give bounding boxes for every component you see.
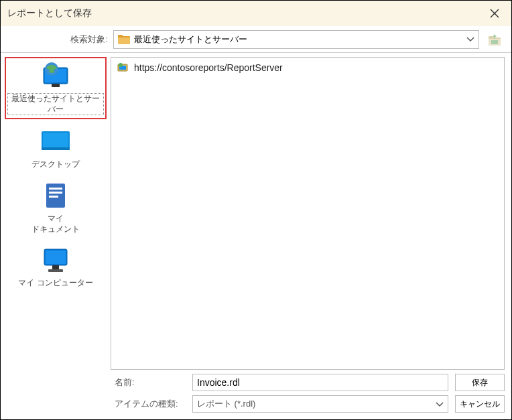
file-list[interactable]: https://contosoreports/ReportServer <box>111 57 505 370</box>
chevron-down-icon <box>466 34 474 44</box>
file-list-item[interactable]: https://contosoreports/ReportServer <box>114 60 501 75</box>
location-text: 最近使ったサイトとサーバー <box>134 33 247 46</box>
dialog-title: レポートとして保存 <box>7 7 485 19</box>
name-row: 名前: 保存 <box>111 374 505 391</box>
svg-rect-10 <box>43 133 68 147</box>
save-as-report-dialog: レポートとして保存 検索対象: 最近使ったサイトとサーバー <box>0 0 512 420</box>
item-type-select[interactable]: レポート (*.rdl) <box>192 395 448 413</box>
search-target-label: 検索対象: <box>1 33 108 46</box>
svg-rect-4 <box>491 40 498 44</box>
svg-rect-17 <box>46 251 66 264</box>
toolbar: 検索対象: 最近使ったサイトとサーバー <box>1 26 511 53</box>
place-label: 最近使ったサイトとサーバー <box>7 93 104 115</box>
svg-rect-13 <box>49 188 62 190</box>
close-icon <box>490 9 499 18</box>
place-label: デスクトップ <box>31 159 80 170</box>
svg-rect-19 <box>48 269 63 272</box>
place-label-line1: マイ <box>48 214 64 223</box>
svg-point-22 <box>119 63 123 67</box>
place-desktop[interactable]: デスクトップ <box>5 125 107 173</box>
close-button[interactable] <box>485 3 505 23</box>
folder-icon <box>118 34 130 45</box>
server-icon <box>117 62 129 74</box>
place-label-line2: ドキュメント <box>31 224 80 234</box>
svg-rect-18 <box>52 265 59 269</box>
svg-rect-2 <box>118 37 130 44</box>
location-dropdown[interactable]: 最近使ったサイトとサーバー <box>113 30 479 49</box>
place-my-documents[interactable]: マイ ドキュメント <box>5 178 107 238</box>
cancel-button[interactable]: キャンセル <box>455 395 505 413</box>
filename-input[interactable] <box>192 374 448 391</box>
up-folder-icon <box>487 33 502 46</box>
computer-icon <box>40 247 71 275</box>
type-value: レポート (*.rdl) <box>197 398 255 410</box>
svg-rect-14 <box>49 192 62 194</box>
file-item-text: https://contosoreports/ReportServer <box>134 62 283 73</box>
up-one-level-button[interactable] <box>485 30 505 49</box>
place-my-computer[interactable]: マイ コンピューター <box>5 243 107 291</box>
name-label: 名前: <box>111 376 186 389</box>
place-recent-sites-servers[interactable]: 最近使ったサイトとサーバー <box>5 57 107 119</box>
document-icon <box>44 182 68 209</box>
desktop-icon <box>40 130 71 154</box>
globe-monitor-icon <box>40 61 72 90</box>
chevron-down-icon <box>436 399 444 409</box>
type-row: アイテムの種類: レポート (*.rdl) キャンセル <box>111 395 505 413</box>
dialog-body: 最近使ったサイトとサーバー デスクトップ <box>1 53 511 419</box>
place-label: マイ コンピューター <box>18 278 92 289</box>
main-panel: https://contosoreports/ReportServer 名前: … <box>111 53 511 419</box>
titlebar: レポートとして保存 <box>1 1 511 26</box>
svg-rect-15 <box>49 196 58 198</box>
type-label: アイテムの種類: <box>111 398 186 410</box>
places-bar: 最近使ったサイトとサーバー デスクトップ <box>1 53 111 419</box>
svg-rect-11 <box>42 147 70 150</box>
save-button[interactable]: 保存 <box>455 374 505 391</box>
svg-rect-7 <box>52 84 60 87</box>
